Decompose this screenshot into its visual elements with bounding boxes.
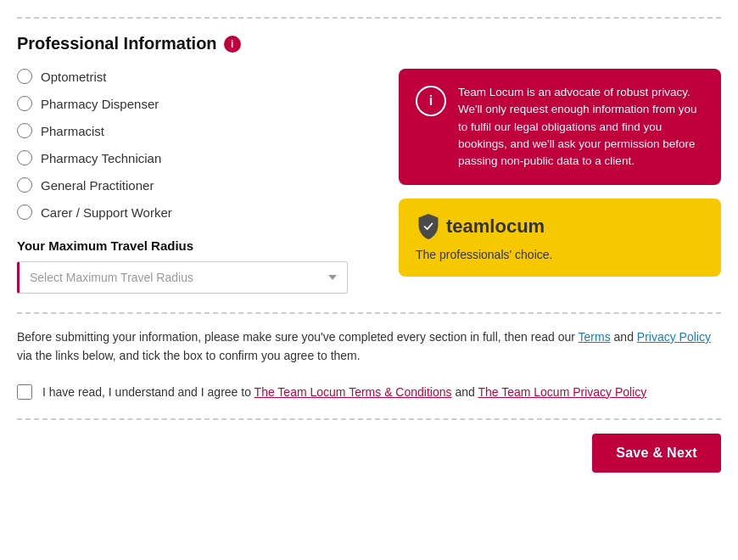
radio-item-general-practitioner[interactable]: General Practitioner [17, 177, 382, 193]
teamlocum-logo: teamlocum [416, 214, 704, 239]
radio-label-pharmacy-technician: Pharmacy Technician [41, 151, 161, 165]
page-title: Professional Information [17, 34, 217, 53]
terms-link[interactable]: Terms [579, 330, 611, 344]
radio-item-pharmacy-dispenser[interactable]: Pharmacy Dispenser [17, 96, 382, 111]
teamlocum-name: teamlocum [446, 216, 545, 238]
save-next-button[interactable]: Save & Next [592, 434, 721, 473]
right-column: i Team Locum is an advocate of robust pr… [399, 69, 721, 294]
radio-pharmacy-dispenser[interactable] [17, 96, 32, 111]
left-column: Optometrist Pharmacy Dispenser Pharmacis… [17, 69, 382, 294]
radio-pharmacy-technician[interactable] [17, 150, 32, 165]
radio-label-optometrist: Optometrist [41, 70, 107, 84]
radio-optometrist[interactable] [17, 69, 32, 84]
radio-pharmacist[interactable] [17, 123, 32, 138]
footer-actions: Save & Next [17, 434, 721, 490]
radio-label-pharmacy-dispenser: Pharmacy Dispenser [41, 97, 159, 111]
info-icon[interactable]: i [224, 36, 241, 53]
agreement-checkbox-row: I have read, I understand and I agree to… [17, 383, 721, 401]
teamlocum-shield-icon [416, 214, 441, 239]
main-content: Optometrist Pharmacy Dispenser Pharmacis… [17, 69, 721, 294]
teamlocum-name-light: team [446, 216, 489, 237]
top-divider [17, 17, 721, 19]
page-wrapper: Professional Information i Optometrist P… [0, 0, 738, 560]
section-header: Professional Information i [17, 34, 721, 53]
radio-item-optometrist[interactable]: Optometrist [17, 69, 382, 84]
teamlocum-card: teamlocum The professionals' choice. [399, 199, 721, 277]
privacy-info-icon: i [416, 86, 446, 116]
teamlocum-name-bold: locum [489, 216, 545, 237]
privacy-policy-link[interactable]: Privacy Policy [637, 330, 711, 344]
radio-item-carer-support-worker[interactable]: Carer / Support Worker [17, 204, 382, 220]
agree-checkbox-label[interactable]: I have read, I understand and I agree to… [42, 383, 646, 401]
teamlocum-tagline: The professionals' choice. [416, 248, 704, 261]
radio-item-pharmacist[interactable]: Pharmacist [17, 123, 382, 138]
travel-radius-label: Your Maximum Travel Radius [17, 238, 382, 253]
profession-radio-group: Optometrist Pharmacy Dispenser Pharmacis… [17, 69, 382, 220]
privacy-card: i Team Locum is an advocate of robust pr… [399, 69, 721, 185]
radio-label-pharmacist: Pharmacist [41, 124, 104, 138]
privacy-text: Team Locum is an advocate of robust priv… [458, 84, 704, 170]
radio-label-general-practitioner: General Practitioner [41, 178, 154, 193]
travel-radius-select[interactable]: Select Maximum Travel Radius 5 miles 10 … [17, 261, 348, 294]
bottom-divider [17, 312, 721, 314]
footer-divider [17, 418, 721, 420]
terms-conditions-link[interactable]: The Team Locum Terms & Conditions [254, 385, 452, 399]
privacy-policy-link-2[interactable]: The Team Locum Privacy Policy [478, 385, 646, 399]
agree-checkbox[interactable] [17, 384, 32, 400]
radio-carer-support-worker[interactable] [17, 204, 32, 220]
radio-label-carer-support-worker: Carer / Support Worker [41, 205, 172, 220]
radio-item-pharmacy-technician[interactable]: Pharmacy Technician [17, 150, 382, 165]
bottom-info-text: Before submitting your information, plea… [17, 328, 721, 366]
radio-general-practitioner[interactable] [17, 177, 32, 193]
